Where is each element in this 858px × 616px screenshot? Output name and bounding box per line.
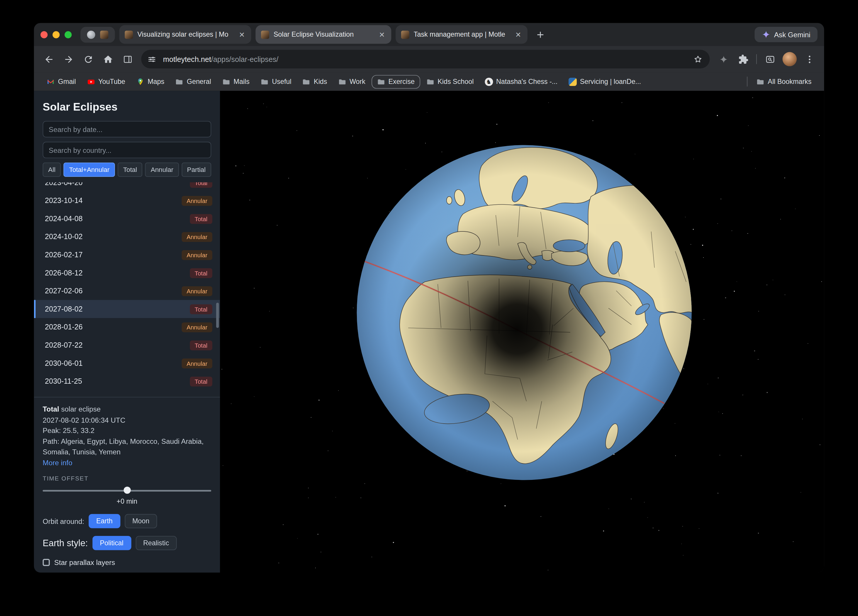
slider-thumb[interactable] [123, 487, 131, 494]
bookmark-folder-general[interactable]: General [170, 75, 216, 88]
tab-task-management-app[interactable]: Task management app | Motle ✕ [396, 25, 527, 44]
globe-viewport[interactable] [220, 91, 824, 572]
bookmark-servicing[interactable]: Servicing | loanDe... [564, 75, 646, 88]
bookmark-folder-kids-school[interactable]: Kids School [421, 75, 479, 88]
style-political-button[interactable]: Political [92, 536, 131, 550]
earth-globe[interactable] [356, 144, 693, 481]
tab-close-icon[interactable]: ✕ [377, 30, 387, 40]
bookmark-youtube[interactable]: YouTube [82, 75, 130, 88]
earth-style-label: Earth style: [43, 538, 88, 548]
more-info-link[interactable]: More info [43, 459, 72, 467]
star-parallax-checkbox[interactable] [43, 559, 50, 566]
bookmark-label: Mails [234, 78, 250, 86]
grouped-tab-favicon [100, 31, 108, 39]
list-scrollbar[interactable] [216, 303, 219, 328]
earth-style-controls: Earth style: Political Realistic [43, 536, 211, 550]
eclipse-row[interactable]: 2027-02-06Annular [34, 282, 220, 300]
eclipse-row[interactable]: 2030-11-25Total [34, 372, 220, 390]
star-parallax-label: Star parallax layers [54, 558, 115, 566]
lens-search-button[interactable] [714, 50, 732, 68]
tab-solar-eclipse-visualization[interactable]: Solar Eclipse Visualization ✕ [255, 25, 391, 44]
extensions-button[interactable] [734, 50, 752, 68]
tab-favicon [401, 31, 409, 39]
tab-close-icon[interactable]: ✕ [237, 30, 247, 40]
forward-button[interactable] [59, 50, 78, 68]
eclipse-date: 2027-02-06 [45, 287, 83, 295]
detail-type-suffix: solar eclipse [59, 405, 101, 413]
filter-chips: All Total+Annular Total Annular Partial [43, 162, 211, 177]
eclipse-date: 2026-02-17 [45, 251, 83, 259]
tune-icon [147, 54, 156, 64]
filter-annular[interactable]: Annular [145, 162, 179, 177]
bookmark-folder-work[interactable]: Work [333, 75, 370, 88]
home-button[interactable] [98, 50, 117, 68]
bookmarks-separator [747, 76, 748, 87]
forward-arrow-icon [63, 54, 74, 64]
close-window-button[interactable] [40, 31, 48, 38]
bookmark-label: Servicing | loanDe... [580, 78, 641, 86]
browser-menu-button[interactable] [800, 50, 818, 68]
all-bookmarks-button[interactable]: All Bookmarks [751, 75, 816, 88]
site-settings-button[interactable] [145, 52, 159, 66]
search-date-input[interactable] [43, 121, 211, 137]
eclipse-date: 2024-10-02 [45, 233, 83, 241]
bookmark-maps[interactable]: Maps [131, 75, 169, 88]
eclipse-type-badge: Total [190, 268, 212, 278]
reload-button[interactable] [79, 50, 97, 68]
page-content: Solar Eclipses All Total+Annular Total A… [34, 91, 824, 572]
eclipse-row[interactable]: 2026-02-17Annular [34, 246, 220, 264]
home-icon [103, 54, 113, 64]
bookmark-star-button[interactable] [690, 51, 705, 67]
eclipse-date: 2030-06-01 [45, 359, 83, 367]
tab-title: Visualizing solar eclipses | Mo [137, 31, 233, 39]
eclipse-row[interactable]: 2023-10-14Annular [34, 191, 220, 210]
time-offset-slider[interactable] [43, 487, 211, 494]
profile-avatar[interactable] [783, 52, 797, 66]
eclipse-row[interactable]: 2023-04-20Total [34, 182, 220, 191]
eclipse-date: 2023-04-20 [45, 182, 83, 187]
url-path: /apps/solar-eclipses/ [211, 55, 278, 63]
style-realistic-button[interactable]: Realistic [135, 536, 177, 550]
eclipse-row[interactable]: 2028-01-26Annular [34, 318, 220, 336]
bookmark-label: Exercise [388, 78, 414, 86]
ask-gemini-button[interactable]: Ask Gemini [754, 27, 817, 42]
orbit-earth-button[interactable]: Earth [89, 514, 120, 528]
tab-group-chip[interactable] [80, 27, 115, 42]
filter-total[interactable]: Total [118, 162, 143, 177]
detail-path: Path: Algeria, Egypt, Libya, Morocco, Sa… [43, 436, 211, 457]
bookmark-gmail[interactable]: Gmail [42, 75, 81, 88]
bookmark-folder-mails[interactable]: Mails [217, 75, 255, 88]
eclipse-row[interactable]: 2024-04-08Total [34, 210, 220, 228]
tab-visualizing-solar-eclipses[interactable]: Visualizing solar eclipses | Mo ✕ [119, 25, 251, 44]
folder-icon [756, 78, 765, 86]
new-tab-button[interactable] [532, 26, 548, 43]
toolbar: motleytech.net/apps/solar-eclipses/ [34, 46, 824, 72]
tab-close-icon[interactable]: ✕ [513, 30, 523, 40]
search-country-input[interactable] [43, 142, 211, 158]
search-tabs-button[interactable] [761, 50, 779, 68]
side-panel-button[interactable] [118, 50, 137, 68]
bookmark-folder-exercise[interactable]: Exercise [371, 75, 420, 89]
address-bar[interactable]: motleytech.net/apps/solar-eclipses/ [141, 50, 710, 68]
eclipse-row[interactable]: 2030-06-01Annular [34, 354, 220, 372]
eclipse-list[interactable]: 2023-04-20Total 2023-10-14Annular 2024-0… [34, 182, 220, 397]
bookmark-folder-useful[interactable]: Useful [255, 75, 296, 88]
zoom-window-button[interactable] [65, 31, 72, 38]
url-text[interactable]: motleytech.net/apps/solar-eclipses/ [163, 55, 690, 63]
eclipse-row[interactable]: 2026-08-12Total [34, 264, 220, 282]
eclipse-row[interactable]: 2028-07-22Total [34, 336, 220, 354]
browser-window: Visualizing solar eclipses | Mo ✕ Solar … [34, 23, 824, 572]
eclipse-date: 2023-10-14 [45, 196, 83, 205]
filter-all[interactable]: All [43, 162, 61, 177]
bookmark-folder-kids[interactable]: Kids [297, 75, 332, 88]
back-button[interactable] [39, 50, 58, 68]
tab-favicon [261, 31, 269, 39]
orbit-moon-button[interactable]: Moon [124, 514, 157, 528]
filter-partial[interactable]: Partial [182, 162, 211, 177]
bookmarks-bar: Gmail YouTube Maps General Mails [34, 72, 824, 91]
bookmark-natashas-chess[interactable]: ♞ Natasha's Chess -... [480, 75, 563, 88]
eclipse-row[interactable]: 2024-10-02Annular [34, 228, 220, 246]
eclipse-row-selected[interactable]: 2027-08-02Total [34, 300, 220, 318]
filter-total-annular[interactable]: Total+Annular [64, 162, 115, 177]
minimize-window-button[interactable] [53, 31, 59, 38]
